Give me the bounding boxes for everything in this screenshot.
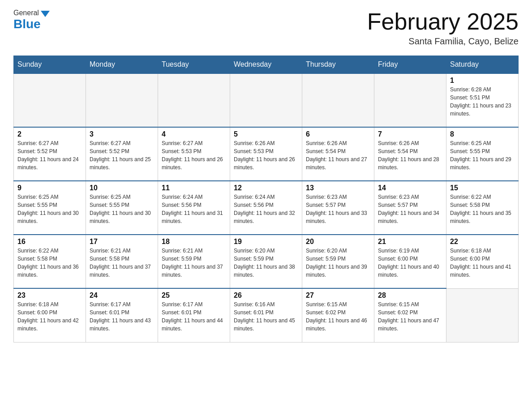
day-info: Sunrise: 6:23 AMSunset: 5:57 PMDaylight:… [306,193,370,225]
day-info: Sunrise: 6:16 AMSunset: 6:01 PMDaylight:… [234,300,298,333]
day-info: Sunrise: 6:25 AMSunset: 5:55 PMDaylight:… [90,193,154,225]
calendar-week-row: 1Sunrise: 6:28 AMSunset: 5:51 PMDaylight… [14,73,519,127]
calendar-day-cell: 20Sunrise: 6:20 AMSunset: 5:59 PMDayligh… [302,235,374,288]
day-info: Sunrise: 6:24 AMSunset: 5:56 PMDaylight:… [234,193,298,225]
day-number: 21 [378,238,442,246]
calendar-day-cell [230,73,302,127]
calendar-day-cell [158,73,230,127]
calendar-day-cell: 21Sunrise: 6:19 AMSunset: 6:00 PMDayligh… [374,235,446,288]
day-number: 28 [378,291,442,300]
day-info: Sunrise: 6:17 AMSunset: 6:01 PMDaylight:… [90,300,154,333]
calendar-day-cell: 23Sunrise: 6:18 AMSunset: 6:00 PMDayligh… [14,288,86,342]
calendar-day-cell: 22Sunrise: 6:18 AMSunset: 6:00 PMDayligh… [446,235,519,288]
logo-arrow-icon [41,11,50,17]
calendar-day-cell: 24Sunrise: 6:17 AMSunset: 6:01 PMDayligh… [86,288,158,342]
day-number: 6 [306,130,370,138]
day-number: 27 [306,291,370,300]
day-number: 4 [162,130,226,138]
day-number: 16 [17,238,82,246]
calendar-day-cell [374,73,446,127]
day-number: 13 [306,184,370,192]
day-info: Sunrise: 6:21 AMSunset: 5:58 PMDaylight:… [90,247,154,279]
day-number: 12 [234,184,298,192]
day-number: 2 [17,130,82,138]
day-info: Sunrise: 6:26 AMSunset: 5:54 PMDaylight:… [378,139,442,171]
day-number: 10 [90,184,154,192]
day-info: Sunrise: 6:27 AMSunset: 5:52 PMDaylight:… [17,139,82,171]
header-friday: Friday [374,56,446,74]
day-number: 22 [450,238,515,246]
calendar-day-cell: 8Sunrise: 6:25 AMSunset: 5:55 PMDaylight… [446,127,519,181]
calendar-day-cell [86,73,158,127]
day-number: 7 [378,130,442,138]
weekday-header-row: SundayMondayTuesdayWednesdayThursdayFrid… [14,56,519,74]
day-number: 19 [234,238,298,246]
calendar-body: 1Sunrise: 6:28 AMSunset: 5:51 PMDaylight… [14,73,519,342]
day-number: 9 [17,184,82,192]
calendar-table: SundayMondayTuesdayWednesdayThursdayFrid… [13,56,519,342]
calendar-day-cell [14,73,86,127]
day-info: Sunrise: 6:24 AMSunset: 5:56 PMDaylight:… [162,193,226,225]
day-info: Sunrise: 6:17 AMSunset: 6:01 PMDaylight:… [162,300,226,333]
calendar-week-row: 23Sunrise: 6:18 AMSunset: 6:00 PMDayligh… [14,288,519,342]
calendar-day-cell: 18Sunrise: 6:21 AMSunset: 5:59 PMDayligh… [158,235,230,288]
calendar-day-cell: 10Sunrise: 6:25 AMSunset: 5:55 PMDayligh… [86,181,158,235]
calendar-day-cell: 2Sunrise: 6:27 AMSunset: 5:52 PMDaylight… [14,127,86,181]
day-number: 3 [90,130,154,138]
calendar-week-row: 16Sunrise: 6:22 AMSunset: 5:58 PMDayligh… [14,235,519,288]
calendar-day-cell: 5Sunrise: 6:26 AMSunset: 5:53 PMDaylight… [230,127,302,181]
day-number: 15 [450,184,515,192]
calendar-day-cell: 6Sunrise: 6:26 AMSunset: 5:54 PMDaylight… [302,127,374,181]
calendar-subtitle: Santa Familia, Cayo, Belize [367,36,519,47]
calendar-day-cell: 26Sunrise: 6:16 AMSunset: 6:01 PMDayligh… [230,288,302,342]
day-number: 20 [306,238,370,246]
day-info: Sunrise: 6:18 AMSunset: 6:00 PMDaylight:… [17,300,82,333]
day-number: 5 [234,130,298,138]
calendar-week-row: 2Sunrise: 6:27 AMSunset: 5:52 PMDaylight… [14,127,519,181]
calendar-day-cell: 1Sunrise: 6:28 AMSunset: 5:51 PMDaylight… [446,73,519,127]
header-saturday: Saturday [446,56,519,74]
calendar-day-cell: 25Sunrise: 6:17 AMSunset: 6:01 PMDayligh… [158,288,230,342]
header-tuesday: Tuesday [158,56,230,74]
header-thursday: Thursday [302,56,374,74]
calendar-day-cell [446,288,519,342]
calendar-day-cell: 19Sunrise: 6:20 AMSunset: 5:59 PMDayligh… [230,235,302,288]
title-section: February 2025 Santa Familia, Cayo, Beliz… [367,9,519,47]
calendar-title: February 2025 [367,9,519,34]
day-info: Sunrise: 6:27 AMSunset: 5:53 PMDaylight:… [162,139,226,171]
calendar-day-cell: 3Sunrise: 6:27 AMSunset: 5:52 PMDaylight… [86,127,158,181]
day-info: Sunrise: 6:22 AMSunset: 5:58 PMDaylight:… [450,193,515,225]
calendar-day-cell: 13Sunrise: 6:23 AMSunset: 5:57 PMDayligh… [302,181,374,235]
day-info: Sunrise: 6:28 AMSunset: 5:51 PMDaylight:… [450,86,515,118]
logo-blue-text: Blue [13,17,41,31]
day-number: 1 [450,77,515,85]
calendar-day-cell: 7Sunrise: 6:26 AMSunset: 5:54 PMDaylight… [374,127,446,181]
calendar-day-cell: 16Sunrise: 6:22 AMSunset: 5:58 PMDayligh… [14,235,86,288]
logo: General Blue [13,9,50,31]
calendar-day-cell: 12Sunrise: 6:24 AMSunset: 5:56 PMDayligh… [230,181,302,235]
calendar-day-cell: 28Sunrise: 6:15 AMSunset: 6:02 PMDayligh… [374,288,446,342]
day-info: Sunrise: 6:19 AMSunset: 6:00 PMDaylight:… [378,247,442,279]
day-number: 23 [17,291,82,300]
calendar-header: SundayMondayTuesdayWednesdayThursdayFrid… [14,56,519,74]
calendar-day-cell: 17Sunrise: 6:21 AMSunset: 5:58 PMDayligh… [86,235,158,288]
calendar-week-row: 9Sunrise: 6:25 AMSunset: 5:55 PMDaylight… [14,181,519,235]
day-info: Sunrise: 6:26 AMSunset: 5:54 PMDaylight:… [306,139,370,171]
day-info: Sunrise: 6:15 AMSunset: 6:02 PMDaylight:… [306,300,370,333]
day-info: Sunrise: 6:27 AMSunset: 5:52 PMDaylight:… [90,139,154,171]
day-info: Sunrise: 6:20 AMSunset: 5:59 PMDaylight:… [234,247,298,279]
day-number: 25 [162,291,226,300]
day-info: Sunrise: 6:18 AMSunset: 6:00 PMDaylight:… [450,247,515,279]
day-info: Sunrise: 6:20 AMSunset: 5:59 PMDaylight:… [306,247,370,279]
calendar-day-cell [302,73,374,127]
header-wednesday: Wednesday [230,56,302,74]
calendar-day-cell: 15Sunrise: 6:22 AMSunset: 5:58 PMDayligh… [446,181,519,235]
day-number: 26 [234,291,298,300]
logo-general-text: General [13,9,39,17]
day-number: 8 [450,130,515,138]
day-number: 11 [162,184,226,192]
day-info: Sunrise: 6:23 AMSunset: 5:57 PMDaylight:… [378,193,442,225]
header-sunday: Sunday [14,56,86,74]
day-number: 18 [162,238,226,246]
calendar-day-cell: 4Sunrise: 6:27 AMSunset: 5:53 PMDaylight… [158,127,230,181]
